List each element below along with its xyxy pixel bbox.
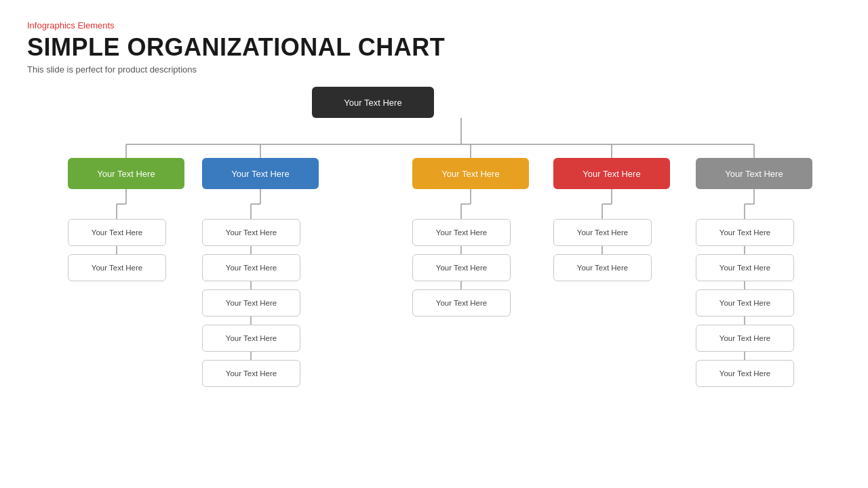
child-box: Your Text Here <box>696 325 794 352</box>
child-label: Your Text Here <box>436 228 487 237</box>
child-label: Your Text Here <box>226 334 277 342</box>
child-box: Your Text Here <box>412 254 511 281</box>
child-box: Your Text Here <box>696 360 794 387</box>
child-box: Your Text Here <box>696 289 794 317</box>
child-label: Your Text Here <box>577 264 628 272</box>
level1-node-red: Your Text Here <box>553 158 670 189</box>
child-box: Your Text Here <box>412 289 511 317</box>
child-label: Your Text Here <box>226 264 277 272</box>
child-label: Your Text Here <box>719 369 770 378</box>
root-label: Your Text Here <box>344 98 401 108</box>
level1-node-orange: Your Text Here <box>412 158 529 189</box>
child-box: Your Text Here <box>696 219 794 246</box>
children-col-1: Your Text Here Your Text Here <box>68 219 166 281</box>
child-label: Your Text Here <box>577 228 628 237</box>
child-label: Your Text Here <box>719 264 770 272</box>
child-box: Your Text Here <box>202 325 300 352</box>
root-node: Your Text Here <box>312 87 434 118</box>
child-label: Your Text Here <box>226 228 277 237</box>
child-label: Your Text Here <box>226 369 277 378</box>
children-col-4: Your Text Here Your Text Here <box>553 219 652 281</box>
child-box: Your Text Here <box>202 219 300 246</box>
level1-label-blue: Your Text Here <box>231 169 289 179</box>
child-box: Your Text Here <box>553 254 652 281</box>
level1-label-green: Your Text Here <box>97 169 155 179</box>
level1-label-red: Your Text Here <box>583 169 640 179</box>
child-label: Your Text Here <box>719 228 770 237</box>
level1-node-blue: Your Text Here <box>202 158 319 189</box>
subtitle: Infographics Elements <box>27 20 841 30</box>
child-box: Your Text Here <box>412 219 511 246</box>
child-label: Your Text Here <box>92 264 142 272</box>
level1-node-green: Your Text Here <box>68 158 184 189</box>
page: Infographics Elements SIMPLE ORGANIZATIO… <box>0 0 868 488</box>
level1-label-gray: Your Text Here <box>725 169 783 179</box>
child-box: Your Text Here <box>553 219 652 246</box>
chart-area: Your Text Here Your Text Here Your Text … <box>27 87 841 480</box>
children-col-3: Your Text Here Your Text Here Your Text … <box>412 219 511 317</box>
child-label: Your Text Here <box>436 299 487 307</box>
child-label: Your Text Here <box>92 228 142 237</box>
child-label: Your Text Here <box>719 299 770 307</box>
child-box: Your Text Here <box>202 289 300 317</box>
page-title: SIMPLE ORGANIZATIONAL CHART <box>27 33 841 62</box>
children-col-5: Your Text Here Your Text Here Your Text … <box>696 219 794 387</box>
child-label: Your Text Here <box>436 264 487 272</box>
children-col-2: Your Text Here Your Text Here Your Text … <box>202 219 300 387</box>
child-box: Your Text Here <box>696 254 794 281</box>
child-box: Your Text Here <box>68 254 166 281</box>
child-label: Your Text Here <box>719 334 770 342</box>
level1-label-orange: Your Text Here <box>441 169 499 179</box>
child-label: Your Text Here <box>226 299 277 307</box>
child-box: Your Text Here <box>202 254 300 281</box>
level1-node-gray: Your Text Here <box>696 158 812 189</box>
child-box: Your Text Here <box>202 360 300 387</box>
description: This slide is perfect for product descri… <box>27 64 841 75</box>
child-box: Your Text Here <box>68 219 166 246</box>
